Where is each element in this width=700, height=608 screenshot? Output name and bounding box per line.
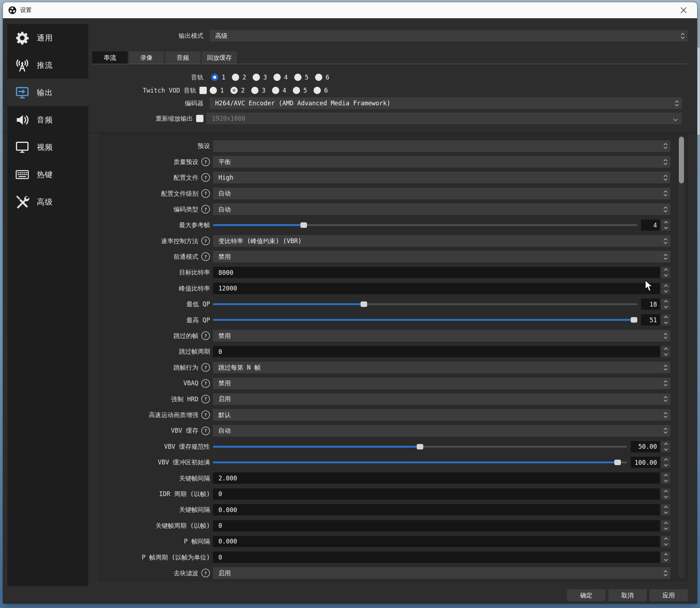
max-qp-value-spinbox[interactable]: 51 bbox=[641, 314, 660, 326]
vbv-initial-fullness-slider[interactable] bbox=[213, 457, 627, 468]
rescale-resolution-combobox[interactable]: 1920x1080 bbox=[206, 113, 682, 124]
sidebar-item-hotkeys[interactable]: 热键 bbox=[7, 161, 88, 188]
vbv-buffer-combobox[interactable]: 自动 bbox=[213, 425, 670, 437]
spin-down-icon[interactable] bbox=[661, 447, 670, 452]
min-qp-slider[interactable] bbox=[213, 299, 637, 310]
close-icon[interactable] bbox=[675, 2, 692, 18]
profile-level-combobox[interactable]: 自动 bbox=[213, 188, 670, 199]
twitch-vod-radio-1[interactable] bbox=[210, 87, 217, 94]
audio-track-option-6[interactable]: 6 bbox=[315, 74, 336, 81]
spin-up-icon[interactable] bbox=[661, 504, 670, 510]
max-reference-frames-value-spinbox[interactable]: 4 bbox=[641, 219, 660, 231]
twitch-vod-radio-2[interactable] bbox=[230, 87, 238, 94]
spin-up-icon[interactable] bbox=[661, 457, 670, 462]
tab-replay-buffer[interactable]: 回放缓存 bbox=[202, 51, 237, 64]
keyframe-interval-spinbox[interactable]: 0.000 bbox=[213, 504, 660, 515]
spin-down-icon[interactable] bbox=[661, 289, 670, 294]
spin-up-icon[interactable] bbox=[661, 472, 670, 478]
spin-down-icon[interactable] bbox=[661, 320, 670, 326]
vbv-buffer-strictness-slider[interactable] bbox=[213, 441, 627, 452]
spin-down-icon[interactable] bbox=[661, 352, 670, 357]
preset-combobox[interactable] bbox=[213, 140, 670, 152]
spin-up-icon[interactable] bbox=[661, 536, 670, 541]
spin-down-icon[interactable] bbox=[661, 494, 670, 500]
apply-button[interactable]: 应用 bbox=[650, 589, 688, 601]
sidebar-item-advanced[interactable]: 高级 bbox=[7, 188, 88, 215]
help-icon[interactable]: ? bbox=[201, 173, 210, 182]
slider-handle[interactable] bbox=[631, 317, 637, 323]
spin-up-icon[interactable] bbox=[661, 219, 670, 225]
rate-control-combobox[interactable]: 变比特率 (峰值约束) (VBR) bbox=[213, 235, 670, 247]
slider-handle[interactable] bbox=[361, 301, 367, 307]
sidebar-item-video[interactable]: 视频 bbox=[7, 133, 88, 161]
spin-up-icon[interactable] bbox=[661, 299, 670, 304]
vbv-initial-fullness-value-spinbox[interactable]: 100.00 bbox=[631, 457, 660, 468]
spin-up-icon[interactable] bbox=[661, 488, 670, 494]
coding-type-combobox[interactable]: 自动 bbox=[213, 203, 670, 215]
tab-recording[interactable]: 录像 bbox=[129, 51, 164, 64]
audio-track-radio-3[interactable] bbox=[253, 74, 260, 81]
help-icon[interactable]: ? bbox=[201, 205, 210, 214]
audio-track-option-1[interactable]: 1 bbox=[211, 74, 232, 81]
sidebar-item-audio[interactable]: 音频 bbox=[7, 106, 88, 133]
help-icon[interactable]: ? bbox=[201, 569, 210, 577]
help-icon[interactable]: ? bbox=[201, 410, 210, 419]
spin-up-icon[interactable] bbox=[661, 346, 670, 351]
spin-down-icon[interactable] bbox=[661, 463, 670, 468]
cancel-button[interactable]: 取消 bbox=[608, 589, 646, 601]
sidebar-item-stream[interactable]: 推流 bbox=[7, 51, 88, 79]
peak-bitrate-spinbox[interactable]: 12000 bbox=[213, 283, 660, 294]
max-reference-frames-slider[interactable] bbox=[213, 219, 637, 231]
ok-button[interactable]: 确定 bbox=[567, 589, 605, 601]
spin-down-icon[interactable] bbox=[661, 304, 670, 310]
help-icon[interactable]: ? bbox=[201, 237, 210, 245]
keyframe-period-frames-spinbox[interactable]: 0 bbox=[213, 520, 660, 531]
twitch-vod-option-1[interactable]: 1 bbox=[210, 87, 230, 94]
skip-frame-behavior-combobox[interactable]: 跳过每第 N 帧 bbox=[213, 362, 670, 373]
slider-handle[interactable] bbox=[614, 460, 621, 465]
twitch-vod-option-2[interactable]: 2 bbox=[230, 87, 251, 94]
help-icon[interactable]: ? bbox=[201, 395, 210, 404]
audio-track-option-2[interactable]: 2 bbox=[232, 74, 253, 81]
audio-track-radio-6[interactable] bbox=[315, 74, 322, 81]
profile-combobox[interactable]: High bbox=[213, 172, 670, 183]
high-motion-quality-boost-combobox[interactable]: 默认 bbox=[213, 409, 670, 421]
audio-track-radio-5[interactable] bbox=[294, 74, 302, 81]
p-frame-interval-spinbox[interactable]: 0.000 bbox=[213, 536, 660, 547]
deblocking-filter-combobox[interactable]: 启用 bbox=[213, 567, 670, 579]
twitch-vod-radio-5[interactable] bbox=[293, 87, 300, 94]
spin-down-icon[interactable] bbox=[661, 273, 670, 278]
target-bitrate-spinbox[interactable]: 8000 bbox=[213, 267, 660, 278]
output-mode-combobox[interactable]: 高级 bbox=[210, 30, 688, 42]
spin-up-icon[interactable] bbox=[661, 314, 670, 320]
idr-period-frames-spinbox[interactable]: 0 bbox=[213, 488, 660, 500]
twitch-vod-checkbox[interactable] bbox=[199, 87, 207, 94]
title-bar[interactable]: 设置 bbox=[3, 2, 697, 18]
max-qp-slider[interactable] bbox=[213, 314, 637, 326]
audio-track-option-3[interactable]: 3 bbox=[253, 74, 273, 81]
help-icon[interactable]: ? bbox=[201, 363, 210, 372]
keyframe-interval-seconds-spinbox[interactable]: 2.000 bbox=[213, 472, 660, 484]
vbaq-combobox[interactable]: 禁用 bbox=[213, 378, 670, 389]
help-icon[interactable]: ? bbox=[201, 426, 210, 435]
twitch-vod-radio-4[interactable] bbox=[272, 87, 279, 94]
spin-down-icon[interactable] bbox=[661, 225, 670, 231]
spin-down-icon[interactable] bbox=[661, 526, 670, 531]
tab-stream[interactable]: 串流 bbox=[92, 51, 128, 64]
slider-handle[interactable] bbox=[300, 222, 307, 228]
help-icon[interactable]: ? bbox=[201, 379, 210, 388]
audio-track-radio-4[interactable] bbox=[273, 74, 281, 81]
spin-up-icon[interactable] bbox=[661, 283, 670, 288]
audio-track-radio-1[interactable] bbox=[211, 74, 218, 81]
audio-track-radio-2[interactable] bbox=[232, 74, 239, 81]
spin-down-icon[interactable] bbox=[661, 557, 670, 563]
spin-down-icon[interactable] bbox=[661, 542, 670, 547]
spin-down-icon[interactable] bbox=[661, 478, 670, 484]
slider-handle[interactable] bbox=[417, 444, 423, 449]
page-scrollbar-thumb[interactable] bbox=[697, 47, 700, 135]
twitch-vod-option-3[interactable]: 3 bbox=[251, 87, 272, 94]
skip-frames-combobox[interactable]: 禁用 bbox=[213, 330, 670, 342]
twitch-vod-option-5[interactable]: 5 bbox=[293, 87, 314, 94]
panel-scrollbar[interactable] bbox=[678, 136, 684, 578]
help-icon[interactable]: ? bbox=[201, 252, 210, 261]
